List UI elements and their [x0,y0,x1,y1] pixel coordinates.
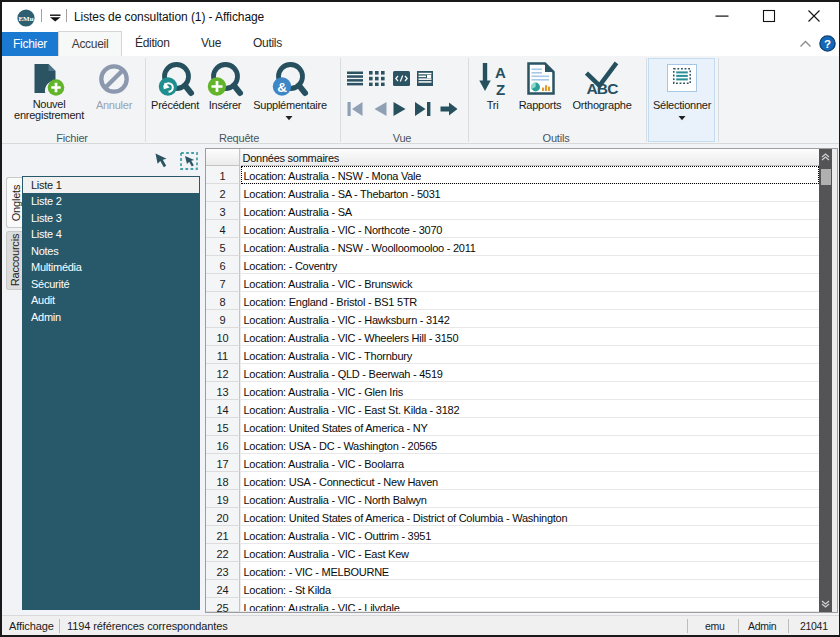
svg-text:EMu: EMu [18,15,33,23]
svg-text:?: ? [824,38,831,50]
svg-text:Z: Z [496,81,505,97]
svg-text:A: A [495,64,506,81]
svg-text:&: & [277,80,287,95]
svg-text:ABC: ABC [586,80,618,97]
